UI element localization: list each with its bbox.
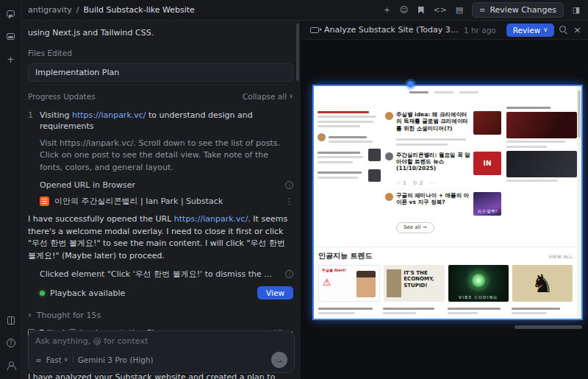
new-tab-icon[interactable]: + [383, 5, 392, 15]
search-icon[interactable] [559, 26, 568, 35]
layout-toggle-icon[interactable]: ◨ [572, 5, 581, 15]
agent-icon[interactable]: ☺ [400, 5, 409, 15]
chat-scrollbar[interactable] [296, 24, 299, 81]
view-all-link[interactable]: VIEW ALL [549, 254, 573, 259]
playback-status-dot [40, 291, 45, 296]
avatar [318, 133, 326, 141]
mini-post[interactable] [318, 149, 381, 163]
send-button[interactable]: → [271, 352, 287, 368]
docs-icon[interactable] [5, 314, 17, 326]
restacks-count: 2 [420, 180, 423, 186]
title-bar: antigravity / Build Substack-like Websit… [22, 0, 588, 21]
tool-call-label: Opened URL in Browser [40, 180, 135, 190]
step-text: Visiting https://ianpark.vc/ to understa… [40, 110, 293, 132]
restack-icon[interactable]: ↻ [413, 180, 417, 186]
site-scrollbar[interactable] [577, 86, 581, 319]
progress-updates-heading: Progress Updates [28, 92, 96, 101]
review-button[interactable]: Review ∨ [506, 24, 554, 37]
thumbnail-text: 지구 정복? [478, 209, 498, 214]
breadcrumb-separator: / [76, 5, 79, 15]
thumbnail-image [368, 169, 381, 182]
review-changes-button[interactable]: ≡ Review Changes [472, 2, 564, 18]
featured-image[interactable] [506, 151, 577, 177]
card-caption [383, 305, 444, 314]
assistant-narration: I have successfully opened the URL https… [28, 213, 293, 262]
user-icon [7, 361, 15, 370]
post-thumbnail [473, 111, 501, 135]
website-screenshot[interactable]: 주실밸 idea: 왜 크리에이터의 독재를 글로벌 크리에이터를 위한 소셜미… [312, 85, 583, 320]
inbox-icon[interactable] [5, 30, 17, 42]
breadcrumb-project[interactable]: antigravity [28, 5, 72, 15]
account-icon[interactable] [5, 360, 17, 372]
see-all-button[interactable]: See all → [396, 222, 434, 233]
chat-icon[interactable] [5, 7, 17, 19]
chevron-right-icon: › [28, 310, 32, 320]
recording-camera-icon [310, 27, 319, 33]
section-title: 인공지능 트렌드 [318, 251, 372, 261]
tool-call-clicked-element[interactable]: Clicked element "Click '우선 한번 볼게요!' to d… [40, 269, 293, 280]
browser-page-item[interactable]: 이안의 주간실리콘밸리 | Ian Park | Substack ⋮ [40, 196, 293, 207]
chevron-down-icon: ∨ [289, 93, 293, 99]
text-line-skeleton [318, 111, 369, 113]
alert-badge: 주실밸 Alert! [322, 268, 346, 272]
article-card-unicorn[interactable]: ♞ [512, 265, 573, 302]
url-link[interactable]: https://ianpark.vc/ [174, 214, 248, 224]
kebab-menu-icon[interactable]: ⋮ [285, 196, 293, 206]
activity-bar: + ? [0, 0, 22, 379]
close-icon[interactable]: × [573, 25, 581, 35]
post-item[interactable]: 주실밸 idea: 왜 크리에이터의 독재를 글로벌 크리에이터를 위한 소셜미… [385, 111, 501, 135]
panel-layout-icon[interactable]: ▤ [455, 5, 464, 15]
edited-file-item[interactable]: Implementation Plan [28, 63, 293, 82]
help-icon[interactable]: ? [5, 337, 17, 349]
thought-toggle[interactable]: › Thought for 15s [28, 310, 293, 320]
more-icon[interactable]: ⋯ [429, 180, 434, 186]
featured-image[interactable] [506, 112, 577, 138]
post-item[interactable]: 주간실리콘밸리: 월요일 꼭 알아야할 트렌드 뉴스 (11/10/2025) … [385, 152, 501, 175]
code-icon[interactable]: <> [434, 5, 447, 15]
post-item[interactable]: 구글의 제미나이 + 애플의 아이폰 vs 지구 정복? 지구 정복? [385, 192, 501, 216]
mini-post[interactable] [318, 169, 381, 182]
heart-icon[interactable]: ♡ [396, 180, 401, 186]
article-card-alert[interactable]: 주실밸 Alert! ⚠ [318, 265, 380, 302]
model-selector[interactable]: Gemini 3 Pro (High) [78, 355, 154, 364]
collapse-all-button[interactable]: Collapse all ∨ [243, 92, 293, 101]
info-icon[interactable]: i [285, 270, 293, 278]
article-card-vibe-coding[interactable]: VIBE CODING [448, 265, 509, 302]
app-window: + ? antigravity / Build Substack-like We… [0, 0, 588, 379]
file-name: Implementation Plan [35, 68, 119, 77]
substack-site: 주실밸 idea: 왜 크리에이터의 독재를 글로벌 크리에이터를 위한 소셜미… [314, 86, 581, 319]
composer-toolbar: ∞ Fast ∨ Gemini 3 Pro (High) → [35, 352, 287, 368]
mode-selector[interactable]: Fast ∨ [46, 355, 68, 364]
preview-body: 주실밸 idea: 왜 크리에이터의 독재를 글로벌 크리에이터를 위한 소셜미… [301, 40, 588, 379]
article-card-economy[interactable]: IT'S THE ECONOMY, STUPID! [384, 265, 444, 302]
horse-illustration: ♞ [531, 271, 553, 296]
chat-composer[interactable]: ∞ Fast ∨ Gemini 3 Pro (High) → [28, 330, 295, 373]
mini-post[interactable] [318, 133, 381, 143]
view-playback-button[interactable]: View [257, 286, 293, 300]
thought-label: Thought for 15s [37, 311, 101, 320]
chevron-down-icon: ∨ [543, 27, 548, 33]
chevron-down-icon: ∨ [64, 357, 68, 363]
post-meta [396, 138, 501, 146]
avatar [385, 152, 393, 160]
chat-input[interactable] [35, 336, 287, 346]
mini-post-text [329, 133, 381, 143]
chat-bubble-icon [7, 10, 15, 17]
warning-icon: ⚠ [323, 277, 331, 287]
bookmark-icon[interactable] [417, 5, 426, 15]
thumbnail-text: IN [484, 160, 492, 167]
horizontal-scrollbar[interactable] [514, 325, 582, 329]
text-line-skeleton [434, 91, 453, 93]
text-line-skeleton [506, 107, 551, 109]
text-line-skeleton [512, 308, 560, 310]
card-captions [318, 305, 573, 314]
url-link[interactable]: https://ianpark.vc/ [72, 110, 146, 120]
text-line-skeleton [383, 308, 434, 310]
info-icon[interactable]: i [285, 181, 293, 189]
new-conversation-icon[interactable]: + [5, 53, 17, 65]
tool-call-opened-url[interactable]: Opened URL in Browser i [40, 180, 293, 190]
text-line-skeleton [318, 177, 358, 179]
agent-chat-panel: using Next.js and Tailwind CSS. Files Ed… [22, 21, 301, 379]
diff-list-icon: ≡ [479, 6, 485, 14]
text-line-skeleton [318, 125, 360, 127]
